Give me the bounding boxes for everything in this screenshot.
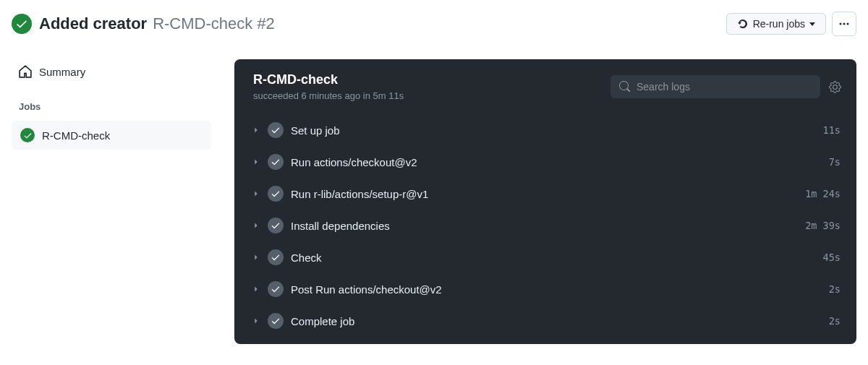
- log-tools: [610, 75, 842, 98]
- step-row[interactable]: Post Run actions/checkout@v2 2s: [243, 273, 845, 305]
- chevron-right-icon: [247, 189, 265, 199]
- body: Summary Jobs R-CMD-check R-CMD-check suc…: [0, 42, 868, 356]
- chevron-right-icon: [247, 284, 265, 294]
- step-row[interactable]: Set up job 11s: [243, 114, 845, 146]
- log-panel: R-CMD-check succeeded 6 minutes ago in 5…: [234, 59, 856, 344]
- step-duration: 11s: [823, 124, 841, 136]
- header-left: Added creator R-CMD-check #2: [12, 14, 275, 34]
- search-icon: [619, 81, 631, 93]
- summary-link[interactable]: Summary: [12, 59, 217, 84]
- chevron-right-icon: [247, 125, 265, 135]
- kebab-menu-button[interactable]: [832, 12, 856, 36]
- step-name: Post Run actions/checkout@v2: [291, 283, 829, 296]
- step-success-icon: [268, 186, 284, 202]
- success-icon: [20, 128, 35, 142]
- jobs-heading: Jobs: [12, 95, 217, 118]
- step-duration: 7s: [829, 156, 841, 168]
- step-name: Run actions/checkout@v2: [291, 156, 829, 168]
- step-name: Check: [291, 252, 823, 264]
- step-name: Set up job: [291, 124, 823, 137]
- sidebar-job-item[interactable]: R-CMD-check: [12, 121, 211, 150]
- step-name: Run r-lib/actions/setup-r@v1: [291, 188, 805, 200]
- step-duration: 45s: [823, 252, 841, 263]
- step-success-icon: [268, 313, 284, 329]
- step-duration: 2s: [829, 315, 841, 327]
- chevron-right-icon: [247, 316, 265, 326]
- gear-icon: [829, 81, 841, 93]
- step-success-icon: [268, 281, 284, 297]
- step-duration: 2m 39s: [805, 220, 841, 231]
- step-row[interactable]: Complete job 2s: [243, 305, 845, 337]
- chevron-down-icon: [809, 22, 815, 26]
- search-logs[interactable]: [610, 75, 820, 98]
- search-input[interactable]: [637, 81, 812, 93]
- svg-point-1: [843, 23, 846, 25]
- step-success-icon: [268, 122, 284, 138]
- chevron-right-icon: [247, 252, 265, 262]
- success-icon: [12, 14, 32, 34]
- step-row[interactable]: Check 45s: [243, 241, 845, 273]
- svg-point-2: [847, 23, 849, 25]
- commit-title: Added creator: [39, 14, 147, 33]
- chevron-right-icon: [247, 220, 265, 231]
- steps-list: Set up job 11s Run actions/checkout@v2 7…: [234, 111, 856, 344]
- job-title: R-CMD-check: [253, 72, 404, 87]
- log-panel-header: R-CMD-check succeeded 6 minutes ago in 5…: [234, 59, 856, 111]
- step-name: Install dependencies: [291, 220, 805, 232]
- sidebar: Summary Jobs R-CMD-check: [0, 42, 217, 344]
- log-settings-button[interactable]: [827, 80, 842, 94]
- sidebar-job-name: R-CMD-check: [42, 129, 110, 142]
- job-status-line: succeeded 6 minutes ago in 5m 11s: [253, 90, 404, 101]
- step-row[interactable]: Install dependencies 2m 39s: [243, 210, 845, 241]
- step-duration: 2s: [829, 283, 841, 295]
- page-header: Added creator R-CMD-check #2 Re-run jobs: [0, 0, 868, 42]
- workflow-title: Added creator R-CMD-check #2: [39, 14, 275, 33]
- step-success-icon: [268, 249, 284, 265]
- header-actions: Re-run jobs: [726, 12, 856, 36]
- step-name: Complete job: [291, 315, 829, 327]
- svg-point-0: [840, 23, 842, 25]
- job-title-block: R-CMD-check succeeded 6 minutes ago in 5…: [253, 72, 404, 101]
- kebab-icon: [838, 18, 850, 30]
- rerun-jobs-label: Re-run jobs: [753, 18, 805, 30]
- summary-label: Summary: [39, 66, 85, 78]
- sync-icon: [737, 18, 749, 30]
- step-duration: 1m 24s: [805, 188, 841, 199]
- home-icon: [19, 65, 32, 78]
- step-success-icon: [268, 218, 284, 233]
- workflow-run-name: R-CMD-check #2: [153, 14, 275, 33]
- chevron-right-icon: [247, 157, 265, 167]
- step-success-icon: [268, 154, 284, 170]
- step-row[interactable]: Run actions/checkout@v2 7s: [243, 146, 845, 178]
- rerun-jobs-button[interactable]: Re-run jobs: [726, 13, 826, 35]
- step-row[interactable]: Run r-lib/actions/setup-r@v1 1m 24s: [243, 178, 845, 210]
